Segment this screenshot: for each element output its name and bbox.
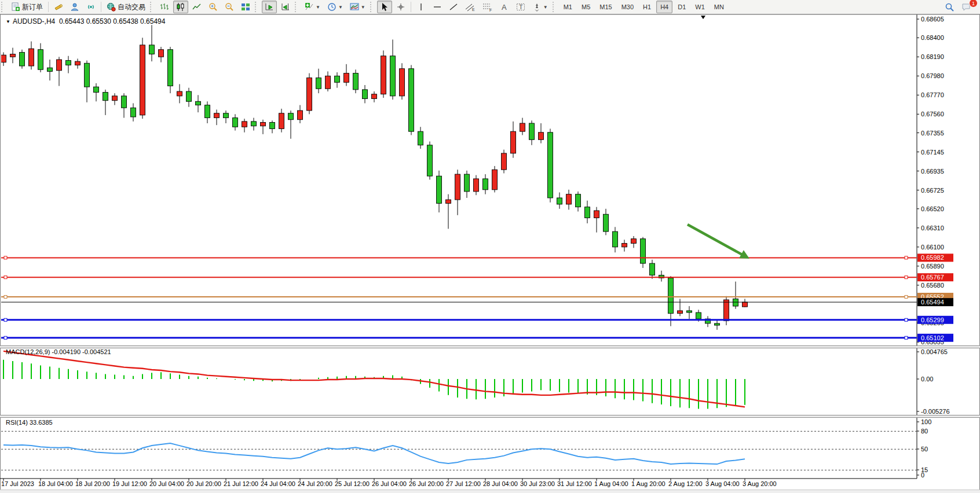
candle	[511, 122, 516, 158]
hline-handle-left[interactable]	[4, 256, 7, 259]
hline-object-0.65767[interactable]: 0.65767	[1, 273, 953, 281]
candle	[622, 240, 627, 251]
candle	[437, 171, 442, 212]
candle-body	[177, 91, 182, 96]
rsi-line	[3, 443, 745, 464]
candle-body	[270, 122, 275, 128]
hline-handle-right[interactable]	[905, 256, 908, 259]
candle	[678, 299, 683, 316]
macd-pane-splitter[interactable]	[0, 345, 980, 348]
candle	[233, 114, 238, 130]
time-tick-label: 1 Aug 04:00	[594, 480, 628, 487]
hline-object-0.65102[interactable]: 0.65102	[1, 334, 953, 342]
arrow-shaft[interactable]	[688, 225, 743, 255]
down-arrow-object[interactable]	[688, 225, 749, 259]
candle	[372, 91, 377, 102]
candle-body	[326, 76, 331, 89]
candle	[566, 190, 572, 210]
hline-handle-right[interactable]	[905, 318, 908, 321]
candle-body	[38, 50, 43, 70]
candle	[539, 123, 544, 144]
time-tick-label: 17 Jul 2023	[1, 480, 34, 487]
hline-handle-right[interactable]	[905, 336, 908, 339]
candle-body	[159, 50, 164, 57]
candle	[47, 60, 53, 80]
candle-body	[344, 73, 349, 83]
candle	[140, 38, 145, 119]
hline-object-0.65552[interactable]: 0.65552	[1, 293, 953, 301]
candle	[390, 39, 396, 100]
candle	[38, 43, 43, 72]
price-tick-label: 0.67560	[921, 111, 944, 117]
candle-body	[233, 118, 238, 127]
chart-title-caret-icon[interactable]: ▼	[6, 19, 10, 24]
candle	[715, 320, 720, 330]
candle	[687, 306, 692, 319]
candle-body	[631, 239, 637, 244]
candle-body	[335, 76, 340, 82]
hline-price-label: 0.65299	[921, 317, 944, 323]
candle	[57, 57, 62, 86]
candle-body	[696, 312, 701, 319]
candle	[251, 118, 257, 131]
time-tick-label: 25 Jul 12:00	[335, 480, 370, 487]
time-tick-label: 31 Jul 12:00	[557, 480, 592, 487]
candle-body	[251, 122, 257, 126]
candle-body	[196, 101, 201, 105]
candle	[733, 282, 738, 309]
price-tick-label: 0.67980	[921, 72, 944, 79]
time-tick-label: 18 Jul 20:00	[75, 480, 110, 487]
candle	[196, 95, 201, 112]
hline-handle-left[interactable]	[4, 296, 7, 299]
time-tick-label: 27 Jul 12:00	[446, 480, 481, 487]
chart-title: ▼AUDUSD-,H4 0.65443 0.65530 0.65438 0.65…	[6, 17, 165, 25]
candle-body	[47, 68, 53, 71]
rsi-pane-splitter[interactable]	[0, 415, 980, 418]
candle-body	[131, 108, 136, 117]
candle-body	[381, 56, 386, 94]
price-tick-label: 0.67770	[921, 91, 944, 98]
chart-shift-marker[interactable]	[701, 16, 705, 19]
hline-handle-left[interactable]	[4, 276, 7, 279]
candle	[520, 118, 525, 135]
candle-body	[1, 55, 6, 62]
candle-body	[668, 278, 674, 313]
hline-price-label: 0.65982	[921, 254, 944, 261]
candle	[85, 61, 90, 102]
macd-indicator-label: MACD(12,26,9) -0.004190 -0.004521	[6, 348, 111, 355]
candle	[585, 201, 590, 223]
candle	[502, 150, 507, 174]
candle	[446, 194, 451, 229]
candle	[75, 58, 81, 68]
candle	[94, 83, 99, 101]
candle	[279, 109, 284, 133]
chart-canvas[interactable]: 0.686050.684000.681900.679800.677700.675…	[0, 0, 980, 493]
candle	[557, 193, 562, 209]
candle-body	[483, 179, 488, 190]
candle	[10, 48, 16, 64]
hline-handle-right[interactable]	[905, 276, 908, 279]
price-tick-label: 0.65890	[921, 263, 944, 270]
candle-body	[400, 69, 405, 96]
rsi-axis-label: 100	[921, 418, 931, 425]
candle	[112, 93, 118, 105]
hline-handle-left[interactable]	[4, 318, 7, 321]
candle-body	[511, 131, 516, 153]
candle-body	[214, 113, 220, 118]
candle	[576, 192, 581, 212]
chart-ohlc-values: 0.65443 0.65530 0.65438 0.65494	[59, 17, 166, 25]
candle	[288, 111, 294, 139]
hline-handle-right[interactable]	[905, 296, 908, 299]
price-tick-label: 0.68400	[921, 34, 944, 41]
hline-handle-left[interactable]	[4, 336, 7, 339]
candle	[353, 69, 359, 93]
candle	[400, 63, 405, 100]
hline-object-0.65299[interactable]: 0.65299	[1, 316, 953, 324]
candle-body	[57, 60, 62, 71]
candle	[335, 72, 340, 88]
candle-body	[548, 133, 553, 198]
candle-body	[678, 311, 683, 314]
hline-object-0.65982[interactable]: 0.65982	[1, 253, 953, 262]
current-price-label: 0.65494	[921, 299, 944, 306]
candle	[381, 50, 386, 98]
